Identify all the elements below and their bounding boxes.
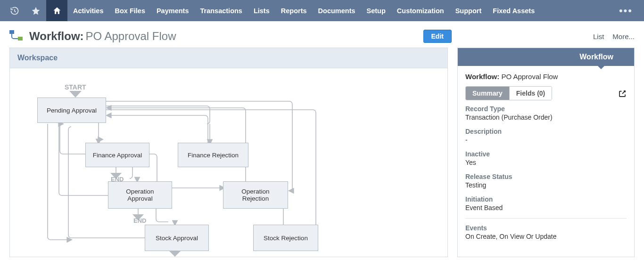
field-value: Transaction (Purchase Order) <box>465 114 627 121</box>
nav-setup[interactable]: Setup <box>361 0 391 21</box>
state-pending-approval[interactable]: Pending Approval <box>37 97 106 123</box>
field-description: Description - <box>465 128 627 144</box>
top-nav: Activities Box Files Payments Transactio… <box>0 0 644 21</box>
field-value: Testing <box>465 181 627 189</box>
field-label: Release Status <box>465 173 627 180</box>
nav-box-files[interactable]: Box Files <box>109 0 150 21</box>
star-icon[interactable] <box>25 0 46 21</box>
svg-rect-0 <box>9 30 14 34</box>
nav-fixed-assets[interactable]: Fixed Assets <box>487 0 540 21</box>
field-value: Yes <box>465 159 627 166</box>
field-label: Record Type <box>465 105 627 113</box>
nav-lists[interactable]: Lists <box>248 0 275 21</box>
field-label: Events <box>465 224 627 232</box>
history-icon[interactable] <box>4 0 25 21</box>
state-operation-approval[interactable]: Operation Approval <box>108 181 172 209</box>
field-release-status: Release Status Testing <box>465 173 627 189</box>
svg-marker-2 <box>69 91 82 97</box>
home-icon[interactable] <box>46 0 67 21</box>
tab-fields[interactable]: Fields (0) <box>510 87 552 100</box>
overflow-menu-icon[interactable]: ••• <box>611 5 640 17</box>
state-stock-rejection[interactable]: Stock Rejection <box>253 225 318 251</box>
state-stock-approval[interactable]: Stock Approval <box>145 225 209 251</box>
list-link[interactable]: List <box>593 32 604 41</box>
tab-summary[interactable]: Summary <box>466 87 510 100</box>
field-value: Event Based <box>465 204 627 211</box>
field-value: On Create, On View Or Update <box>465 233 627 240</box>
workflow-icon <box>9 30 24 43</box>
workspace-panel: Workspace <box>9 48 448 257</box>
state-finance-rejection[interactable]: Finance Rejection <box>178 143 248 167</box>
svg-rect-1 <box>18 37 23 41</box>
workspace-canvas[interactable]: START Pending Approval Finance Approval … <box>10 68 447 257</box>
field-inactive: Inactive Yes <box>465 150 627 166</box>
nav-transactions[interactable]: Transactions <box>194 0 248 21</box>
field-value: - <box>465 136 627 144</box>
workspace-header: Workspace <box>10 48 447 68</box>
state-finance-approval[interactable]: Finance Approval <box>85 143 149 167</box>
sidebar-title: Workflow: PO Approval Flow <box>465 73 627 81</box>
nav-documents[interactable]: Documents <box>313 0 361 21</box>
field-label: Inactive <box>465 150 627 158</box>
details-sidebar: Workflow Workflow: PO Approval Flow Summ… <box>457 48 635 257</box>
sidebar-tabs: Summary Fields (0) <box>465 86 552 100</box>
svg-marker-5 <box>169 251 181 257</box>
sidebar-title-name: PO Approval Flow <box>501 73 558 81</box>
field-initiation: Initiation Event Based <box>465 195 627 211</box>
sidebar-title-prefix: Workflow: <box>465 73 499 81</box>
page-title-prefix: Workflow: <box>29 30 84 43</box>
page-header: Workflow: PO Approval Flow Edit List Mor… <box>0 21 644 48</box>
sidebar-header: Workflow <box>458 48 634 66</box>
nav-reports[interactable]: Reports <box>275 0 313 21</box>
start-label: START <box>65 83 86 91</box>
end-label-2: END <box>133 217 146 224</box>
nav-customization[interactable]: Customization <box>391 0 450 21</box>
page-title-name: PO Approval Flow <box>85 30 176 43</box>
edit-button[interactable]: Edit <box>423 30 452 43</box>
field-label: Description <box>465 128 627 135</box>
end-label-1: END <box>111 176 124 183</box>
more-link[interactable]: More... <box>612 32 635 41</box>
field-label: Initiation <box>465 195 627 203</box>
field-events: Events On Create, On View Or Update <box>465 224 627 240</box>
field-record-type: Record Type Transaction (Purchase Order) <box>465 105 627 121</box>
separator <box>465 218 627 219</box>
nav-payments[interactable]: Payments <box>151 0 195 21</box>
nav-activities[interactable]: Activities <box>67 0 109 21</box>
state-operation-rejection[interactable]: Operation Rejection <box>223 181 288 209</box>
popout-icon[interactable] <box>618 89 627 99</box>
nav-support[interactable]: Support <box>450 0 487 21</box>
